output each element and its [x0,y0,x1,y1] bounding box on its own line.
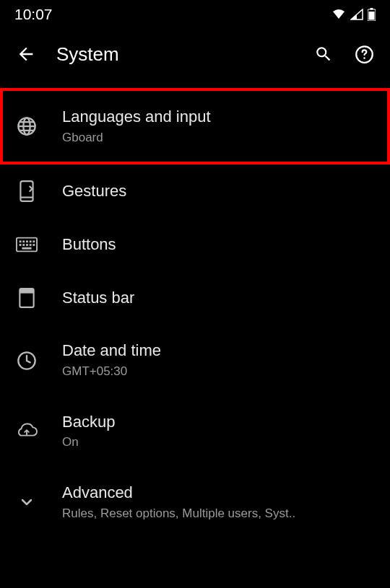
globe-icon [16,115,38,137]
list-item-date-and-time[interactable]: Date and time GMT+05:30 [0,325,390,395]
svg-rect-23 [22,247,31,250]
status-bar-icon [16,287,38,309]
battery-icon [368,8,376,21]
item-text: Advanced Rules, Reset options, Multiple … [62,483,374,522]
signal-icon [350,9,363,20]
search-button[interactable] [314,45,333,63]
item-text: Backup On [62,412,374,451]
svg-rect-1 [370,8,373,10]
svg-rect-14 [22,241,25,243]
item-text: Buttons [62,234,374,255]
svg-rect-20 [26,244,28,246]
item-title: Backup [62,412,374,433]
item-text: Date and time GMT+05:30 [62,341,374,379]
item-title: Languages and input [62,107,374,128]
list-item-gestures[interactable]: Gestures [0,164,390,218]
list-item-backup[interactable]: Backup On [0,396,390,467]
item-title: Status bar [62,288,374,309]
item-subtitle: On [62,434,374,451]
svg-rect-17 [32,241,35,243]
item-title: Buttons [62,234,374,255]
status-bar: 10:07 [0,0,390,29]
arrow-back-icon [16,44,36,64]
search-icon [314,45,333,63]
svg-rect-22 [32,244,35,246]
svg-rect-21 [30,244,32,246]
svg-rect-2 [369,12,375,20]
gestures-icon [16,180,38,202]
list-item-status-bar[interactable]: Status bar [0,271,390,325]
item-subtitle: Gboard [62,129,374,146]
help-button[interactable] [355,45,374,64]
svg-point-4 [363,57,365,58]
svg-rect-13 [20,241,22,243]
svg-rect-19 [22,244,25,246]
item-text: Status bar [62,288,374,309]
cloud-upload-icon [16,421,38,442]
item-title: Gestures [62,181,374,202]
list-item-buttons[interactable]: Buttons [0,218,390,271]
status-icons [332,8,376,21]
back-button[interactable] [16,44,36,64]
wifi-icon [332,9,346,20]
app-bar: System [0,29,390,79]
page-title: System [56,43,294,66]
svg-rect-10 [20,181,32,201]
svg-rect-16 [30,241,32,243]
item-subtitle: Rules, Reset options, Multiple users, Sy… [62,505,374,522]
chevron-down-icon [16,491,38,513]
svg-rect-18 [20,244,22,246]
status-time: 10:07 [14,6,53,23]
item-text: Gestures [62,181,374,202]
keyboard-icon [16,234,38,255]
list-item-advanced[interactable]: Advanced Rules, Reset options, Multiple … [0,467,390,537]
clock-icon [16,350,38,372]
item-title: Advanced [62,483,374,504]
item-text: Languages and input Gboard [62,107,374,146]
svg-rect-25 [20,289,33,294]
item-subtitle: GMT+05:30 [62,363,374,380]
item-title: Date and time [62,341,374,361]
help-icon [355,45,374,64]
list-item-languages-and-input[interactable]: Languages and input Gboard [0,88,390,164]
settings-list: Languages and input Gboard Gestures Butt… [0,79,390,538]
svg-rect-15 [26,241,28,243]
